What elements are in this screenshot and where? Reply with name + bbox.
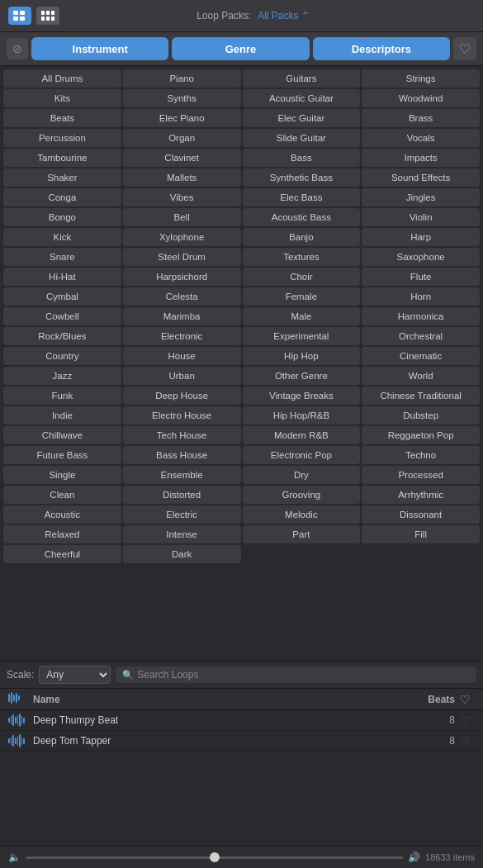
grid-item[interactable]: Fill — [362, 525, 480, 543]
search-input[interactable] — [137, 669, 470, 681]
grid-item[interactable]: Kits — [3, 89, 121, 107]
grid-item[interactable]: Single — [3, 466, 121, 484]
grid-item[interactable]: Shaker — [3, 168, 121, 187]
grid-item[interactable]: Celesta — [123, 287, 241, 306]
grid-item[interactable]: Harpsichord — [123, 268, 241, 286]
table-row[interactable]: Deep Thumpy Beat 8 ♡ — [0, 710, 483, 731]
grid-item[interactable]: Steel Drum — [123, 248, 241, 266]
grid-item[interactable]: Woodwind — [362, 89, 480, 107]
grid-item[interactable]: Dark — [123, 545, 241, 563]
grid-item[interactable]: Electronic Pop — [243, 446, 361, 464]
filter-close-button[interactable]: ⊘ — [7, 38, 28, 59]
grid-item[interactable]: Male — [243, 307, 361, 325]
grid-item[interactable]: Kick — [3, 228, 121, 246]
grid-item[interactable]: Tech House — [123, 426, 241, 444]
grid-item[interactable]: Indie — [3, 406, 121, 425]
grid-item[interactable]: Acoustic Guitar — [243, 89, 361, 107]
view-icon-1[interactable] — [8, 7, 31, 25]
grid-item[interactable]: Clean — [3, 486, 121, 504]
grid-item[interactable]: Dry — [243, 466, 361, 484]
grid-item[interactable]: Rock/Blues — [3, 327, 121, 345]
grid-item[interactable]: Brass — [362, 109, 480, 127]
tab-instrument[interactable]: Instrument — [31, 37, 168, 60]
grid-item[interactable]: Acoustic — [3, 505, 121, 524]
grid-item[interactable]: Cinematic — [362, 347, 480, 365]
grid-item[interactable]: Slide Guitar — [243, 129, 361, 147]
grid-item[interactable]: Marimba — [123, 307, 241, 325]
grid-item[interactable]: Elec Piano — [123, 109, 241, 127]
grid-item[interactable]: Experimental — [243, 327, 361, 345]
favorites-button[interactable]: ♡ — [453, 37, 476, 60]
grid-item[interactable]: Clavinet — [123, 149, 241, 167]
grid-item[interactable]: Female — [243, 287, 361, 306]
slider-thumb[interactable] — [210, 852, 220, 862]
grid-item[interactable]: Chillwave — [3, 426, 121, 444]
grid-item[interactable]: Beats — [3, 109, 121, 127]
grid-item[interactable]: Banjo — [243, 228, 361, 246]
grid-item[interactable]: Future Bass — [3, 446, 121, 464]
grid-item[interactable]: Bell — [123, 208, 241, 226]
grid-item[interactable]: Chinese Traditional — [362, 387, 480, 405]
grid-item[interactable]: Harp — [362, 228, 480, 246]
grid-item[interactable]: Electronic — [123, 327, 241, 345]
grid-item[interactable]: Percussion — [3, 129, 121, 147]
grid-item[interactable]: Modern R&B — [243, 426, 361, 444]
grid-item[interactable]: Country — [3, 347, 121, 365]
grid-item[interactable]: House — [123, 347, 241, 365]
grid-item[interactable]: Bongo — [3, 208, 121, 226]
grid-item[interactable]: Organ — [123, 129, 241, 147]
grid-item[interactable]: Tambourine — [3, 149, 121, 167]
grid-item[interactable]: Jazz — [3, 367, 121, 385]
grid-item[interactable]: Funk — [3, 387, 121, 405]
grid-item[interactable]: Cowbell — [3, 307, 121, 325]
grid-item[interactable]: Ensemble — [123, 466, 241, 484]
grid-item[interactable]: World — [362, 367, 480, 385]
grid-item[interactable]: Xylophone — [123, 228, 241, 246]
grid-item[interactable]: Distorted — [123, 486, 241, 504]
grid-item[interactable]: Reggaeton Pop — [362, 426, 480, 444]
grid-item[interactable]: All Drums — [3, 69, 121, 88]
grid-item[interactable]: Flute — [362, 268, 480, 286]
grid-item[interactable]: Dubstep — [362, 406, 480, 425]
grid-item[interactable]: Vocals — [362, 129, 480, 147]
grid-item[interactable]: Processed — [362, 466, 480, 484]
grid-item[interactable]: Violin — [362, 208, 480, 226]
table-row[interactable]: Deep Tom Tapper 8 ♡ — [0, 731, 483, 752]
row-heart[interactable]: ♡ — [455, 714, 475, 727]
view-icon-2[interactable] — [36, 7, 59, 25]
grid-item[interactable]: Textures — [243, 248, 361, 266]
grid-item[interactable]: Elec Bass — [243, 188, 361, 206]
grid-item[interactable]: Deep House — [123, 387, 241, 405]
grid-item[interactable]: Hip Hop — [243, 347, 361, 365]
grid-item[interactable]: Choir — [243, 268, 361, 286]
grid-item[interactable]: Conga — [3, 188, 121, 206]
grid-item[interactable]: Impacts — [362, 149, 480, 167]
grid-item[interactable]: Urban — [123, 367, 241, 385]
grid-item[interactable]: Cheerful — [3, 545, 121, 563]
grid-item[interactable]: Elec Guitar — [243, 109, 361, 127]
grid-item[interactable]: Grooving — [243, 486, 361, 504]
grid-item[interactable]: Snare — [3, 248, 121, 266]
grid-item[interactable]: Mallets — [123, 168, 241, 187]
grid-item[interactable]: Part — [243, 525, 361, 543]
grid-item[interactable]: Techno — [362, 446, 480, 464]
grid-item[interactable]: Jingles — [362, 188, 480, 206]
tab-descriptors[interactable]: Descriptors — [313, 37, 450, 60]
grid-item[interactable]: Acoustic Bass — [243, 208, 361, 226]
grid-item[interactable]: Horn — [362, 287, 480, 306]
grid-item[interactable]: Electric — [123, 505, 241, 524]
volume-high-icon[interactable]: 🔊 — [408, 851, 420, 863]
grid-item[interactable]: Hi-Hat — [3, 268, 121, 286]
grid-item[interactable]: Vibes — [123, 188, 241, 206]
grid-item[interactable]: Electro House — [123, 406, 241, 425]
grid-item[interactable]: Strings — [362, 69, 480, 88]
grid-item[interactable]: Bass — [243, 149, 361, 167]
grid-item[interactable]: Relaxed — [3, 525, 121, 543]
grid-item[interactable]: Bass House — [123, 446, 241, 464]
grid-item[interactable]: Guitars — [243, 69, 361, 88]
grid-item[interactable]: Cymbal — [3, 287, 121, 306]
volume-slider[interactable] — [26, 856, 403, 859]
grid-item[interactable]: Arrhythmic — [362, 486, 480, 504]
loop-packs-value[interactable]: All Packs ⌃ — [258, 10, 310, 21]
grid-item[interactable]: Harmonica — [362, 307, 480, 325]
